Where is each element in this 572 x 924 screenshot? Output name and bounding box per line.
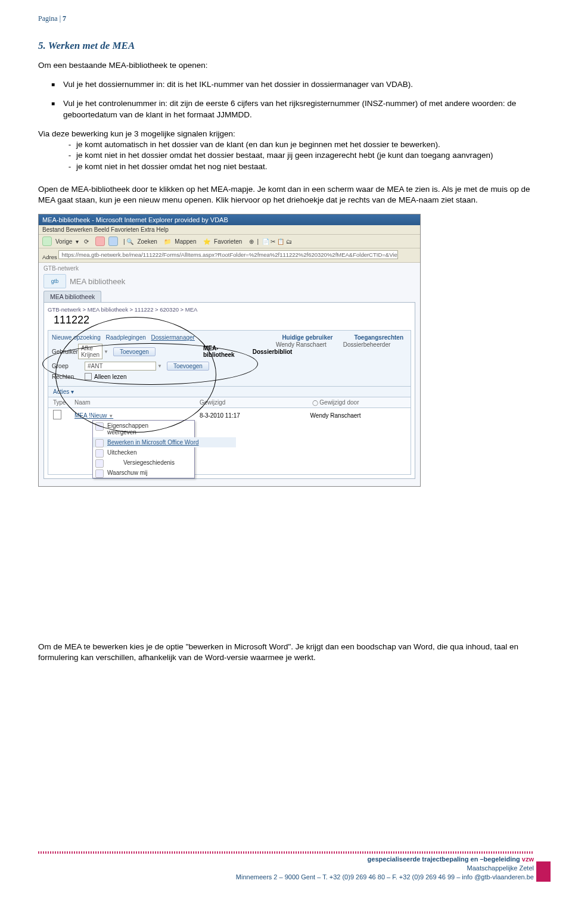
paneltab-nieuwe[interactable]: Nieuwe opzoeking: [52, 334, 101, 341]
history-icon: [95, 459, 104, 468]
page-header: Pagina | 7: [38, 14, 534, 26]
footer-vzw: vzw: [522, 855, 534, 863]
home-icon[interactable]: [108, 237, 118, 246]
embedded-screenshot: MEA-bibliotheek - Microsoft Internet Exp…: [38, 214, 421, 487]
col-naam: Naam: [74, 399, 200, 406]
url-input[interactable]: https://mea.gtb-netwerk.be/mea/111222/Fo…: [58, 250, 398, 259]
col-gewijzigd: Gewijzigd: [200, 399, 265, 406]
gtb-logo-icon: gtb: [43, 274, 66, 288]
back-label[interactable]: Vorige: [55, 238, 72, 245]
menu-versies[interactable]: Versiegeschiedenis: [93, 458, 194, 468]
back-icon[interactable]: [42, 237, 52, 246]
props-icon: [95, 422, 104, 431]
ie-addressbar[interactable]: Adres https://mea.gtb-netwerk.be/mea/111…: [39, 248, 420, 263]
context-menu[interactable]: Eigenschappen weergeven Bewerken in Micr…: [92, 420, 195, 478]
open-paragraph: Open de MEA-bibliotheek door te klikken …: [38, 184, 534, 206]
huidige-value: Wendy Ranschaert: [276, 341, 341, 348]
footer-line3: Minnemeers 2 – 9000 Gent – T. +32 (0)9 2…: [38, 873, 534, 882]
grid-header: Type Naam Gewijzigd ◯ Gewijzigd door: [48, 397, 411, 408]
mea-bib-label[interactable]: MEA-bibliotheek: [203, 345, 235, 358]
menu-bewerken-word[interactable]: Bewerken in Microsoft Office Word: [93, 437, 236, 447]
section-heading: 5. Werken met de MEA: [38, 40, 534, 52]
footer-divider: [38, 851, 534, 854]
word-icon: [95, 439, 104, 447]
folders-label[interactable]: Mappen: [175, 238, 196, 245]
ie-menubar[interactable]: Bestand Bewerken Beeld Favorieten Extra …: [39, 225, 420, 235]
alert-icon: [95, 469, 104, 478]
search-label[interactable]: Zoeken: [137, 238, 157, 245]
gebruiker-input[interactable]: Afke Krijnen: [78, 344, 102, 359]
intro-paragraph: Om een bestaande MEA-bibliotheek te open…: [38, 60, 534, 71]
alleen-lezen-label: Alleen lezen: [94, 374, 126, 380]
rechten-label: Rechten: [52, 374, 85, 380]
toevoegen-button-2[interactable]: Toevoegen: [167, 362, 209, 371]
toegang-value: Dossierbeheerder: [343, 341, 391, 348]
row-author: Wendy Ranschaert: [265, 412, 406, 419]
row-date: 8-3-2010 11:17: [200, 412, 265, 419]
paneltab-dossiermanager[interactable]: Dossiermanager: [151, 334, 195, 341]
groep-label: Groep: [52, 363, 85, 369]
tab-bibliotheek[interactable]: MEA bibliotheek: [43, 291, 101, 302]
row-name[interactable]: MEA !Nieuw: [74, 412, 107, 419]
groep-input[interactable]: #ANT: [85, 362, 156, 371]
bullet-item: Vul je het dossiernummer in: dit is het …: [63, 79, 534, 90]
dash-item: je komt niet in het dossier omdat het do…: [76, 150, 534, 161]
grid-row[interactable]: MEA !Nieuw ▼ 8-3-2010 11:17 Wendy Ransch…: [48, 408, 411, 475]
footer-square-icon: [536, 861, 551, 882]
paneltab-raadpl[interactable]: Raadplegingen: [106, 334, 146, 341]
acties-dropdown[interactable]: Acties ▾: [48, 387, 411, 397]
huidige-label: Huidige gebruiker: [282, 334, 332, 341]
bibliotheek-title: MEA bibliotheek: [70, 277, 125, 286]
ie-toolbar[interactable]: Vorige ▾ ⟳ | 🔍 Zoeken 📁 Mappen ⭐ Favorie…: [39, 235, 420, 248]
gebruiker-label: Gebruiker: [52, 349, 78, 355]
row-dropdown-icon[interactable]: ▼: [108, 413, 113, 419]
col-type: Type: [53, 399, 74, 406]
breadcrumb[interactable]: GTB-netwerk > MEA bibliotheek > 111222 >…: [48, 306, 411, 313]
gtb-netwerk-label: GTB-netwerk: [39, 265, 420, 272]
dash-item: je komt automatisch in het dossier van d…: [76, 139, 534, 150]
address-label: Adres: [42, 254, 57, 260]
end-paragraph: Om de MEA te bewerken kies je de optie "…: [38, 642, 534, 663]
page-footer: gespecialiseerde trajectbepaling en –beg…: [0, 851, 572, 882]
favorites-label[interactable]: Favorieten: [214, 238, 242, 245]
stop-icon[interactable]: [95, 237, 105, 246]
dash-item: je komt niet in het dossier omdat het no…: [76, 161, 534, 172]
checkout-icon: [95, 449, 104, 458]
bullet-list: Vul je het dossiernummer in: dit is het …: [38, 79, 534, 120]
dossier-number: 111222: [54, 314, 411, 326]
menu-waarschuw[interactable]: Waarschuw mij: [93, 468, 194, 478]
menu-uitchecken[interactable]: Uitchecken: [93, 447, 176, 458]
footer-line2: Maatschappelijke Zetel: [38, 864, 534, 873]
dossbib-label[interactable]: Dossierbibliot: [253, 349, 293, 355]
window-titlebar: MEA-bibliotheek - Microsoft Internet Exp…: [39, 214, 420, 225]
word-doc-icon: [53, 410, 61, 419]
toegang-label: Toegangsrechten: [354, 334, 403, 341]
page-number: 7: [63, 14, 66, 23]
signals-intro: Via deze bewerking kun je 3 mogelijke si…: [38, 129, 534, 139]
page-label: Pagina |: [38, 14, 63, 23]
bullet-item: Vul je het controlenummer in: dit zijn d…: [63, 98, 534, 120]
footer-line1a: gespecialiseerde trajectbepaling en –beg…: [368, 855, 522, 863]
menu-eigenschappen[interactable]: Eigenschappen weergeven: [93, 421, 132, 437]
toevoegen-button-1[interactable]: Toevoegen: [113, 347, 156, 356]
alleen-lezen-checkbox[interactable]: [85, 373, 92, 380]
col-gewijzigd-door: ◯ Gewijzigd door: [265, 399, 406, 406]
dash-list: -je komt automatisch in het dossier van …: [38, 139, 534, 172]
